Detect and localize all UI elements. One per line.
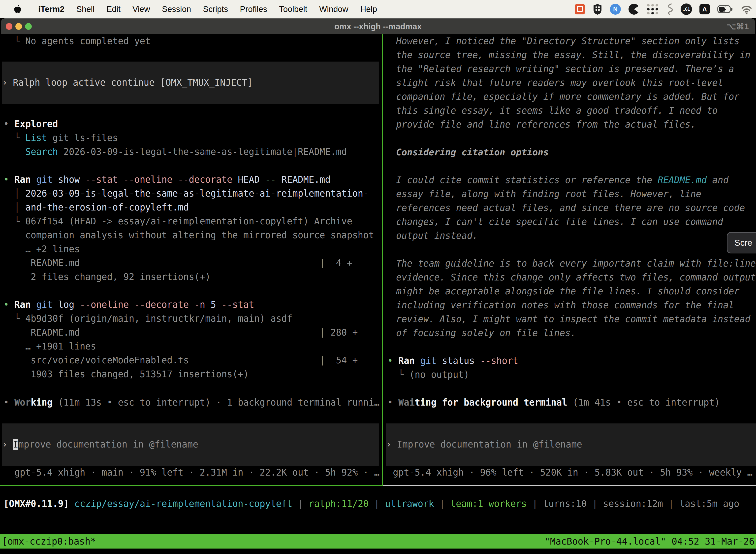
text-segment: |: [293, 498, 309, 509]
terminal-line: provide file and line references from th…: [387, 118, 756, 131]
text-segment: HEAD: [233, 174, 265, 185]
hook-app-icon[interactable]: [666, 3, 673, 15]
dots-grid-icon[interactable]: [647, 3, 658, 15]
keyboard-layout-icon[interactable]: A: [699, 3, 710, 15]
text-segment: Explored: [14, 119, 58, 129]
text-segment: •: [3, 119, 14, 129]
terminal-line: the "Related research writing" section i…: [387, 62, 756, 76]
text-segment: |: [434, 498, 450, 509]
text-segment: [OMX#0.11.9]: [3, 498, 69, 509]
prompt-input-line[interactable]: › Improve documentation in @filename: [386, 438, 756, 451]
text-segment: •: [387, 355, 398, 366]
left-pane-bottom-border: [0, 485, 383, 486]
terminal-line: README.md | 4 +: [3, 256, 378, 270]
menu-item-edit[interactable]: Edit: [101, 4, 126, 14]
terminal-line: changes, I can't cite specific file line…: [387, 215, 756, 229]
terminal-line: │ and-the-erosion-of-copyleft.md: [3, 201, 378, 214]
text-segment: (no output): [409, 369, 469, 380]
prompt-input-box[interactable]: › Improve documentation in @filename: [386, 424, 756, 466]
wedge-app-icon[interactable]: [628, 3, 640, 15]
text-segment: |: [663, 498, 679, 509]
terminal-line: • Ran git show --stat --oneline --decora…: [3, 173, 378, 187]
text-segment: README.md | 4 +: [3, 258, 352, 268]
badge-app-icon[interactable]: N: [610, 3, 621, 15]
spacer: [3, 104, 6, 117]
chat-app-icon[interactable]: [575, 3, 585, 15]
text-segment: session:12m: [603, 498, 663, 509]
text-segment: Ran: [14, 299, 31, 310]
text-segment: --short: [480, 355, 518, 366]
apple-menu-icon[interactable]: [14, 4, 21, 14]
text-segment: README.md: [276, 174, 331, 185]
text-segment: ›: [2, 77, 13, 88]
window-shortcut-badge: ⌥⌘1: [727, 21, 749, 31]
spacer: [387, 382, 390, 396]
text-segment: git: [420, 355, 437, 366]
terminal-line: … +2 lines: [3, 242, 378, 256]
text-segment: However, I noticed the "Directory Struct…: [396, 36, 739, 46]
spacer: [3, 381, 6, 396]
tmux-window-label[interactable]: [omx-cczip0:bash*: [2, 536, 96, 547]
text-segment: --oneline --decorate: [80, 299, 194, 310]
text-segment: of focusing solely on file lines.: [396, 328, 576, 338]
text-segment: Ran: [398, 355, 415, 366]
text-segment: last:5m ago: [679, 498, 739, 509]
badge-letter: N: [610, 4, 621, 15]
pane-divider[interactable]: [382, 34, 383, 486]
right-terminal-pane[interactable]: However, I noticed the "Directory Struct…: [387, 34, 756, 480]
text-segment: git: [36, 174, 53, 185]
text-segment: the source tree, missing the essay. Stil…: [396, 50, 750, 60]
text-segment: ›: [386, 439, 397, 450]
menu-item-profiles[interactable]: Profiles: [234, 4, 273, 14]
terminal-line: The team guideline is to back every impo…: [387, 257, 756, 271]
prompt-input-line[interactable]: › Improve documentation in @filename: [2, 438, 379, 451]
left-terminal-pane[interactable]: └ No agents completed yet› Ralph loop ac…: [3, 34, 378, 480]
text-segment: └: [3, 132, 25, 143]
menu-item-help[interactable]: Help: [354, 4, 383, 14]
text-segment: README.md | 280 +: [3, 327, 358, 338]
terminal-line: └ 067f154 (HEAD -> essay/ai-reimplementa…: [3, 214, 378, 228]
terminal-line: slight risk that future readers may over…: [387, 76, 756, 90]
counter-app-icon[interactable]: ..61: [681, 3, 692, 15]
text-segment: Ralph loop active continue [OMX_TMUX_INJ…: [13, 77, 253, 88]
text-segment: git: [36, 299, 53, 310]
screen-share-label: Scre: [735, 238, 752, 248]
menu-item-scripts[interactable]: Scripts: [197, 4, 234, 14]
counter-label: ..61: [681, 3, 692, 15]
prompt-input-box[interactable]: › Improve documentation in @filename: [2, 424, 379, 466]
terminal-line: └ 4b9d30f (origin/main, instructkr/main,…: [3, 312, 378, 326]
text-segment: 1903 files changed, 513517 insertions(+): [3, 369, 249, 380]
text-segment: •: [3, 397, 14, 408]
text-segment: └: [3, 216, 25, 227]
terminal-line: might be acceptable alongside the file l…: [387, 284, 756, 298]
prompt-input-line[interactable]: › Ralph loop active continue [OMX_TMUX_I…: [2, 76, 379, 90]
terminal-line: └ No agents completed yet: [3, 34, 378, 48]
spacer: [3, 159, 6, 173]
terminal-line: README.md | 280 +: [3, 326, 378, 340]
shield-app-icon[interactable]: [592, 3, 603, 15]
menu-item-window[interactable]: Window: [313, 4, 354, 14]
menu-item-session[interactable]: Session: [156, 4, 197, 14]
menu-item-shell[interactable]: Shell: [70, 4, 101, 14]
text-segment: 2026-03-09-is-legal-the-same-as-legitima…: [58, 147, 347, 157]
text-segment: │: [3, 202, 25, 213]
text-segment: •: [3, 299, 14, 310]
terminal-line: companion analysis without altering the …: [3, 228, 378, 242]
text-segment: output instead.: [396, 230, 478, 241]
terminal-line: output instead.: [387, 229, 756, 243]
battery-icon[interactable]: [717, 3, 733, 15]
menu-item-iterm2[interactable]: iTerm2: [32, 4, 70, 14]
window-title-bar: omx --xhigh --madmax ⌥⌘1: [1, 18, 755, 34]
text-segment: team:1 workers: [450, 498, 527, 509]
text-segment: 4b9d30f (origin/main, instructkr/main, m…: [25, 313, 293, 324]
text-segment: │: [3, 188, 25, 199]
text-segment: this single essay, it seems like a good …: [396, 105, 718, 116]
screen-share-pill[interactable]: Scre: [727, 232, 756, 254]
wifi-icon[interactable]: [741, 3, 753, 15]
terminal-line: including verification notes with those …: [387, 298, 756, 312]
menu-item-toolbelt[interactable]: Toolbelt: [273, 4, 313, 14]
text-segment: ralph:11/20: [309, 498, 369, 509]
menu-item-view[interactable]: View: [126, 4, 156, 14]
prompt-input-box[interactable]: › Ralph loop active continue [OMX_TMUX_I…: [2, 62, 379, 104]
text-segment: [415, 355, 420, 366]
